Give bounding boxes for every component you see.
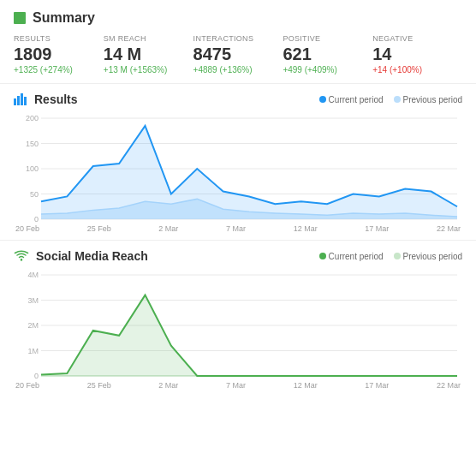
metric-item-4: NEGATIVE 14 +14 (+100%) <box>372 34 462 75</box>
results-chart-header: Results Current period Previous period <box>14 92 462 106</box>
x-label: 7 Mar <box>226 224 246 233</box>
x-label: 17 Mar <box>365 224 389 233</box>
metric-label-1: SM REACH <box>104 34 187 43</box>
results-chart-section: Results Current period Previous period 2… <box>0 84 476 241</box>
summary-title: Summary <box>14 10 462 26</box>
x-label: 25 Feb <box>87 224 111 233</box>
x-label: 25 Feb <box>87 381 111 390</box>
x-label: 2 Mar <box>158 381 178 390</box>
svg-text:1M: 1M <box>27 347 39 355</box>
x-label: 22 Mar <box>437 224 461 233</box>
metric-label-4: NEGATIVE <box>372 34 455 43</box>
results-chart-container: 200150100500 <box>14 111 462 223</box>
x-label: 2 Mar <box>158 224 178 233</box>
results-legend: Current period Previous period <box>319 95 462 104</box>
metric-item-1: SM REACH 14 M +13 M (+1563%) <box>104 34 193 75</box>
metric-change-1: +13 M (+1563%) <box>104 65 187 75</box>
results-svg: 200150100500 <box>14 111 462 223</box>
sm-chart-container: 4M3M2M1M0 <box>14 268 462 379</box>
metric-item-3: POSITIVE 621 +499 (+409%) <box>283 34 372 75</box>
results-legend-previous: Previous period <box>394 95 462 104</box>
metric-change-2: +4889 (+136%) <box>193 65 277 75</box>
summary-section: Summary RESULTS 1809 +1325 (+274%) SM RE… <box>0 0 476 84</box>
x-label: 22 Mar <box>437 381 461 390</box>
x-label: 12 Mar <box>294 381 318 390</box>
results-x-labels: 20 Feb25 Feb2 Mar7 Mar12 Mar17 Mar22 Mar <box>14 224 462 233</box>
results-legend-current: Current period <box>319 95 384 104</box>
sm-current-dot <box>319 253 326 259</box>
metric-value-2: 8475 <box>193 45 277 63</box>
metric-value-3: 621 <box>283 45 366 63</box>
metric-label-0: RESULTS <box>14 34 97 43</box>
x-label: 20 Feb <box>15 224 39 233</box>
svg-text:50: 50 <box>30 190 39 199</box>
x-label: 12 Mar <box>294 224 318 233</box>
metric-change-3: +499 (+409%) <box>283 65 366 75</box>
metric-value-0: 1809 <box>14 45 97 63</box>
sm-x-labels: 20 Feb25 Feb2 Mar7 Mar12 Mar17 Mar22 Mar <box>14 381 462 390</box>
x-label: 20 Feb <box>15 381 39 390</box>
x-label: 7 Mar <box>226 381 246 390</box>
metric-item-2: INTERACTIONS 8475 +4889 (+136%) <box>193 34 283 75</box>
metric-value-4: 14 <box>372 45 455 63</box>
summary-label: Summary <box>33 10 95 26</box>
summary-icon <box>14 12 26 24</box>
sm-legend-previous: Previous period <box>394 252 462 261</box>
previous-dot <box>394 96 401 103</box>
current-dot <box>319 96 326 103</box>
svg-text:2M: 2M <box>27 321 39 330</box>
svg-rect-1 <box>14 98 16 105</box>
metric-item-0: RESULTS 1809 +1325 (+274%) <box>14 34 104 75</box>
svg-point-15 <box>21 259 22 260</box>
svg-text:150: 150 <box>26 140 39 148</box>
svg-rect-2 <box>17 96 20 105</box>
svg-rect-4 <box>24 97 27 105</box>
svg-text:3M: 3M <box>27 296 39 305</box>
metric-value-1: 14 M <box>104 45 187 63</box>
metric-change-4: +14 (+100%) <box>372 65 455 75</box>
svg-rect-0 <box>14 12 26 24</box>
results-chart-title: Results <box>14 92 78 106</box>
sm-legend-current: Current period <box>319 252 384 261</box>
svg-text:200: 200 <box>26 114 39 122</box>
bar-chart-icon <box>14 93 27 105</box>
summary-metrics: RESULTS 1809 +1325 (+274%) SM REACH 14 M… <box>14 34 462 75</box>
sm-svg: 4M3M2M1M0 <box>14 268 462 379</box>
svg-text:4M: 4M <box>27 271 39 279</box>
svg-text:100: 100 <box>26 164 39 173</box>
svg-rect-3 <box>21 93 23 105</box>
metric-label-2: INTERACTIONS <box>193 34 277 43</box>
sm-chart-title: Social Media Reach <box>14 249 148 263</box>
sm-reach-section: Social Media Reach Current period Previo… <box>0 241 476 396</box>
sm-legend: Current period Previous period <box>319 252 462 261</box>
svg-text:0: 0 <box>34 215 39 223</box>
metric-change-0: +1325 (+274%) <box>14 65 97 75</box>
svg-text:0: 0 <box>34 372 39 379</box>
wifi-icon <box>14 250 29 262</box>
sm-chart-header: Social Media Reach Current period Previo… <box>14 249 462 263</box>
metric-label-3: POSITIVE <box>283 34 366 43</box>
x-label: 17 Mar <box>365 381 389 390</box>
sm-previous-dot <box>394 253 401 259</box>
